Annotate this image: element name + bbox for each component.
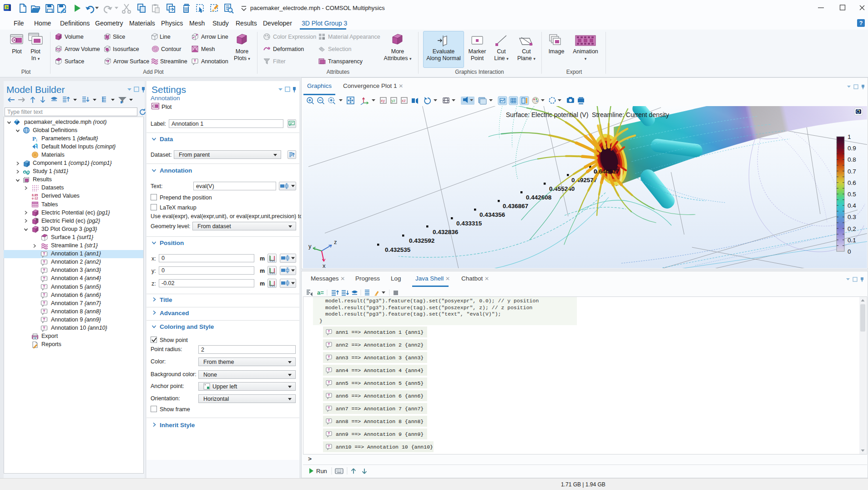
svg-text:0.1: 0.1 [848,237,856,244]
svg-text:0.436867: 0.436867 [503,203,528,209]
svg-text:1: 1 [848,133,851,140]
svg-text:0.434356: 0.434356 [479,211,505,218]
svg-text:0.433315: 0.433315 [456,220,482,227]
svg-text:0.432592: 0.432592 [409,237,434,244]
svg-text:Run: Run [316,468,327,475]
svg-text:yz: yz [391,98,396,103]
svg-text:?: ? [859,20,863,26]
svg-text:y: y [308,243,312,250]
svg-text:0.442608: 0.442608 [526,194,552,201]
svg-text:z: z [334,239,337,245]
svg-text:0.3: 0.3 [848,214,856,220]
svg-text:xz: xz [402,98,406,103]
svg-text:0.7: 0.7 [848,168,856,175]
svg-text:0.6: 0.6 [848,179,856,186]
svg-text:0.432535: 0.432535 [385,246,411,253]
svg-text:0.432836: 0.432836 [433,229,459,235]
svg-text:0.5: 0.5 [848,191,856,198]
svg-text:0.2: 0.2 [848,225,856,232]
svg-text:a=: a= [317,289,324,296]
svg-text:0.9: 0.9 [848,145,856,152]
svg-text:0: 0 [848,248,851,255]
svg-text:Surface: Electric potential (V: Surface: Electric potential (V) Streamli… [506,111,669,118]
svg-text:0.8: 0.8 [848,156,856,163]
svg-text:xy: xy [381,98,385,103]
svg-text:0.4: 0.4 [848,202,856,209]
svg-text:x: x [323,262,326,268]
svg-text:0.644517: 0.644517 [594,168,619,175]
